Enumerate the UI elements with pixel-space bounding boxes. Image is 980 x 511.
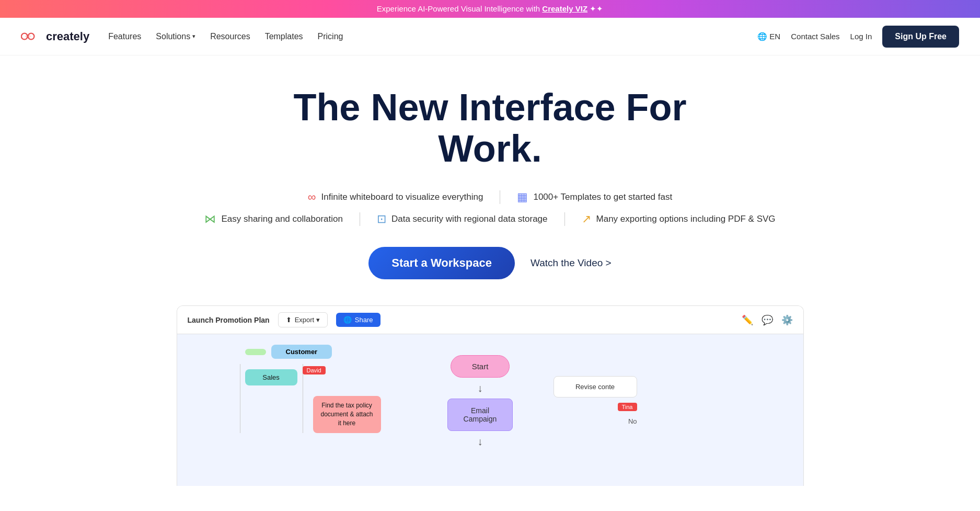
tina-badge: Tina <box>618 402 637 411</box>
hero-section: The New Interface For Work. ∞ Infinite w… <box>0 55 980 507</box>
feature-export: ↗ Many exporting options including PDF &… <box>565 212 792 226</box>
export-icon-small: ⬆ <box>286 316 292 324</box>
feature-export-text: Many exporting options including PDF & S… <box>596 214 776 224</box>
logo-text: creately <box>46 30 89 43</box>
banner-link[interactable]: Creately VIZ <box>542 4 587 13</box>
toolbar-right: ✏️ 💬 ⚙️ <box>742 314 793 326</box>
edit-icon[interactable]: ✏️ <box>742 314 753 326</box>
feature-infinite-text: Infinite whiteboard to visualize everyth… <box>321 192 483 202</box>
logo-icon <box>21 30 42 43</box>
nav-pricing[interactable]: Pricing <box>318 32 343 41</box>
feature-sharing: ⋈ Easy sharing and collaboration <box>188 212 360 226</box>
feature-security-text: Data security with regional data storage <box>391 214 548 224</box>
watch-video-button[interactable]: Watch the Video > <box>531 257 612 269</box>
banner-sparkle: ✦✦ <box>590 4 603 13</box>
nav-solutions[interactable]: Solutions ▾ <box>156 32 195 41</box>
revise-card: Revise conte <box>554 376 637 398</box>
feature-infinite: ∞ Infinite whiteboard to visualize every… <box>291 190 501 204</box>
cta-row: Start a Workspace Watch the Video > <box>10 247 970 279</box>
export-icon: ↗ <box>582 212 591 226</box>
banner-text: Experience AI-Powered Visual Intelligenc… <box>377 4 543 13</box>
navbar-right: 🌐 EN Contact Sales Log In Sign Up Free <box>757 26 959 48</box>
flow-arrow-2: ↓ <box>478 436 483 447</box>
david-badge: David <box>303 365 326 374</box>
nav-features[interactable]: Features <box>108 32 141 41</box>
top-banner: Experience AI-Powered Visual Intelligenc… <box>0 0 980 18</box>
infinite-icon: ∞ <box>308 190 316 204</box>
swimlane-empty-header <box>245 349 266 355</box>
feature-rows: ∞ Infinite whiteboard to visualize every… <box>10 190 970 226</box>
sharing-icon: ⋈ <box>204 212 216 226</box>
email-campaign-node: Email Campaign <box>447 399 513 431</box>
settings-icon[interactable]: ⚙️ <box>781 314 793 326</box>
lang-label: EN <box>769 32 780 41</box>
swimlane-customer-header: Customer <box>271 345 332 359</box>
no-label: No <box>628 417 637 425</box>
feature-row-1: ∞ Infinite whiteboard to visualize every… <box>291 190 689 204</box>
feature-security: ⊡ Data security with regional data stora… <box>360 212 565 226</box>
hero-title: The New Interface For Work. <box>255 87 725 169</box>
contact-sales-link[interactable]: Contact Sales <box>791 32 839 41</box>
chevron-down-icon: ▾ <box>192 33 195 40</box>
doc-name: Launch Promotion Plan <box>188 316 270 324</box>
right-card-area: Revise conte Tina No <box>554 345 637 475</box>
share-button[interactable]: 🌐 Share <box>336 313 381 327</box>
share-icon: 🌐 <box>343 316 352 324</box>
feature-sharing-text: Easy sharing and collaboration <box>221 214 342 224</box>
start-node: Start <box>451 355 510 378</box>
language-selector[interactable]: 🌐 EN <box>757 32 780 41</box>
navbar-left: creately Features Solutions ▾ Resources … <box>21 30 343 43</box>
navbar: creately Features Solutions ▾ Resources … <box>0 18 980 55</box>
nav-templates[interactable]: Templates <box>265 32 303 41</box>
canvas-area: Customer Sales David <box>177 334 803 486</box>
signup-button[interactable]: Sign Up Free <box>882 26 959 48</box>
security-icon: ⊡ <box>377 212 386 226</box>
left-diagram: Customer Sales David <box>188 345 407 475</box>
flow-arrow-1: ↓ <box>478 383 483 393</box>
task-card: Find the tax policy document & attach it… <box>313 396 381 433</box>
login-button[interactable]: Log In <box>850 32 872 41</box>
export-button[interactable]: ⬆ Export ▾ <box>278 312 328 327</box>
feature-row-2: ⋈ Easy sharing and collaboration ⊡ Data … <box>188 212 792 226</box>
nav-links: Features Solutions ▾ Resources Templates… <box>108 32 343 41</box>
middle-flowchart: Start ↓ Email Campaign ↓ <box>428 345 533 475</box>
logo[interactable]: creately <box>21 30 89 43</box>
sales-card: Sales <box>245 369 297 385</box>
templates-icon: ▦ <box>517 190 528 204</box>
start-workspace-button[interactable]: Start a Workspace <box>368 247 515 279</box>
comment-icon[interactable]: 💬 <box>762 314 773 326</box>
dashboard-toolbar: Launch Promotion Plan ⬆ Export ▾ 🌐 Share… <box>177 306 803 334</box>
feature-templates-text: 1000+ Templates to get started fast <box>533 192 672 202</box>
toolbar-left: Launch Promotion Plan ⬆ Export ▾ 🌐 Share <box>188 312 381 327</box>
nav-resources[interactable]: Resources <box>210 32 250 41</box>
dashboard-preview: Launch Promotion Plan ⬆ Export ▾ 🌐 Share… <box>177 305 804 486</box>
feature-templates: ▦ 1000+ Templates to get started fast <box>500 190 689 204</box>
globe-icon: 🌐 <box>757 32 767 41</box>
watch-video-label: Watch the Video > <box>531 257 612 269</box>
